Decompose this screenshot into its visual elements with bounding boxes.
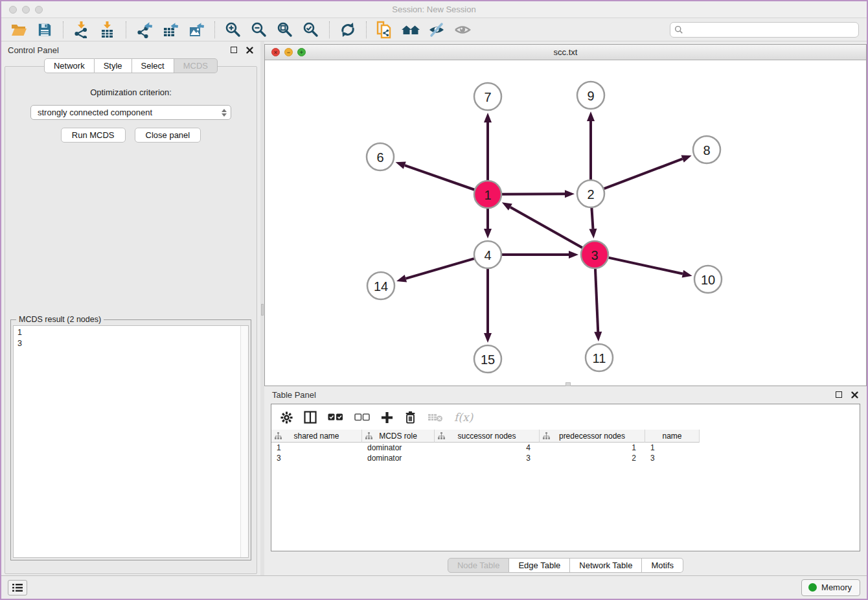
close-panel-icon[interactable] bbox=[245, 45, 254, 54]
result-scrollbar[interactable] bbox=[240, 326, 248, 557]
zoom-out-icon[interactable] bbox=[249, 21, 269, 39]
edge-3-10[interactable] bbox=[608, 258, 682, 274]
control-panel-header: Control Panel bbox=[1, 41, 260, 58]
edge-3-11[interactable] bbox=[595, 269, 598, 332]
table-row[interactable]: 1dominator411 bbox=[271, 443, 860, 453]
cell-successor-nodes[interactable]: 3 bbox=[435, 454, 540, 463]
column-header-predecessor-nodes[interactable]: predecessor nodes bbox=[540, 430, 645, 443]
mcds-result-text[interactable]: 1 3 bbox=[13, 325, 249, 558]
tab-mcds[interactable]: MCDS bbox=[174, 58, 218, 73]
import-network-icon[interactable] bbox=[72, 21, 91, 39]
node-label-3: 3 bbox=[591, 248, 598, 262]
edge-arrowhead-icon bbox=[396, 275, 407, 283]
network-window: × − + scc.txt 1234678910111415 bbox=[264, 44, 867, 386]
column-header-name[interactable]: name bbox=[645, 430, 700, 443]
run-mcds-button[interactable]: Run MCDS bbox=[61, 128, 126, 143]
close-panel-button[interactable]: Close panel bbox=[135, 128, 201, 143]
zoom-selected-icon[interactable] bbox=[301, 21, 321, 39]
cell-successor-nodes[interactable]: 4 bbox=[435, 443, 540, 452]
cell-predecessor-nodes[interactable]: 2 bbox=[540, 454, 645, 463]
edge-arrowhead-icon bbox=[484, 333, 492, 343]
column-header-shared-name[interactable]: shared name bbox=[271, 430, 362, 443]
tab-network-table[interactable]: Network Table bbox=[570, 558, 642, 573]
search-input[interactable] bbox=[686, 25, 854, 34]
network-files-icon[interactable] bbox=[375, 21, 394, 39]
criterion-dropdown[interactable]: strongly connected component bbox=[30, 105, 231, 120]
export-network-icon[interactable] bbox=[135, 21, 154, 39]
cell-MCDS-role[interactable]: dominator bbox=[362, 443, 435, 452]
table-settings-icon[interactable] bbox=[280, 410, 293, 424]
export-table-icon[interactable] bbox=[161, 21, 180, 39]
cell-MCDS-role[interactable]: dominator bbox=[362, 454, 435, 463]
memory-label: Memory bbox=[821, 583, 852, 592]
zoom-fit-icon[interactable] bbox=[275, 21, 295, 39]
split-panel-icon[interactable] bbox=[304, 410, 317, 424]
status-bar: Memory bbox=[1, 575, 867, 599]
canvas-splitter-handle[interactable] bbox=[565, 382, 571, 386]
table-row[interactable]: 3dominator323 bbox=[271, 453, 860, 463]
edge-arrowhead-icon bbox=[484, 229, 492, 238]
network-canvas[interactable]: 1234678910111415 bbox=[265, 60, 866, 386]
panel-splitter[interactable] bbox=[260, 41, 264, 575]
tab-node-table[interactable]: Node Table bbox=[448, 558, 510, 573]
function-builder-icon[interactable]: f(x) bbox=[454, 410, 473, 424]
network-window-title: scc.txt bbox=[265, 47, 866, 57]
node-label-4: 4 bbox=[484, 248, 491, 262]
cell-shared-name[interactable]: 3 bbox=[271, 454, 362, 463]
delete-row-icon[interactable] bbox=[404, 410, 417, 424]
hide-selected-icon[interactable] bbox=[427, 21, 446, 39]
save-session-icon[interactable] bbox=[35, 21, 54, 39]
close-table-panel-icon[interactable] bbox=[850, 390, 859, 399]
network-graph[interactable]: 1234678910111415 bbox=[265, 60, 866, 386]
splitter-handle-icon[interactable] bbox=[261, 304, 264, 316]
select-all-icon[interactable] bbox=[328, 410, 343, 424]
edge-arrowhead-icon bbox=[502, 202, 512, 211]
table-toolbar: f(x) bbox=[271, 404, 860, 430]
show-all-icon[interactable] bbox=[453, 21, 472, 39]
tab-edge-table[interactable]: Edge Table bbox=[509, 558, 570, 573]
column-header-MCDS-role[interactable]: MCDS role bbox=[362, 430, 435, 443]
edge-3-1[interactable] bbox=[510, 207, 582, 248]
mcds-result-group: MCDS result (2 nodes) 1 3 bbox=[10, 319, 251, 560]
float-panel-icon[interactable] bbox=[229, 45, 238, 54]
tab-style[interactable]: Style bbox=[95, 58, 132, 73]
window-titlebar: Session: New Session bbox=[1, 1, 867, 18]
optimization-criterion-label: Optimization criterion: bbox=[5, 87, 257, 97]
home-layout-icon[interactable] bbox=[401, 21, 420, 39]
toolbar-separator bbox=[126, 21, 126, 38]
node-label-10: 10 bbox=[701, 273, 715, 287]
edge-2-3[interactable] bbox=[591, 208, 593, 229]
memory-button[interactable]: Memory bbox=[801, 579, 860, 596]
task-history-button[interactable] bbox=[8, 580, 27, 595]
edge-2-8[interactable] bbox=[604, 159, 683, 189]
cell-name[interactable]: 3 bbox=[645, 454, 700, 463]
cell-name[interactable]: 1 bbox=[645, 443, 700, 452]
search-box[interactable] bbox=[670, 22, 859, 38]
search-icon bbox=[674, 25, 683, 34]
tab-network[interactable]: Network bbox=[44, 58, 95, 73]
column-header-successor-nodes[interactable]: successor nodes bbox=[435, 430, 540, 443]
window-title: Session: New Session bbox=[1, 5, 867, 14]
cell-shared-name[interactable]: 1 bbox=[271, 443, 362, 452]
import-table-icon[interactable] bbox=[98, 21, 117, 39]
zoom-in-icon[interactable] bbox=[223, 21, 243, 39]
edge-4-14[interactable] bbox=[405, 259, 474, 279]
tab-motifs[interactable]: Motifs bbox=[642, 558, 683, 573]
open-session-icon[interactable] bbox=[9, 21, 29, 39]
refresh-view-icon[interactable] bbox=[338, 21, 358, 39]
delete-table-icon[interactable] bbox=[428, 410, 443, 424]
export-image-icon[interactable] bbox=[187, 21, 206, 39]
toolbar-separator bbox=[329, 21, 330, 38]
node-label-8: 8 bbox=[703, 143, 710, 157]
mcds-panel: Optimization criterion: strongly connect… bbox=[5, 66, 257, 574]
add-row-icon[interactable] bbox=[381, 410, 393, 424]
edge-arrowhead-icon bbox=[589, 229, 597, 238]
deselect-all-icon[interactable] bbox=[354, 410, 370, 424]
tab-select[interactable]: Select bbox=[132, 58, 174, 73]
float-table-panel-icon[interactable] bbox=[834, 390, 843, 399]
edge-1-2[interactable] bbox=[502, 194, 565, 194]
table-panel-title: Table Panel bbox=[272, 390, 316, 400]
edge-arrowhead-icon bbox=[681, 156, 691, 163]
edge-1-6[interactable] bbox=[405, 165, 474, 190]
cell-predecessor-nodes[interactable]: 1 bbox=[540, 443, 645, 452]
